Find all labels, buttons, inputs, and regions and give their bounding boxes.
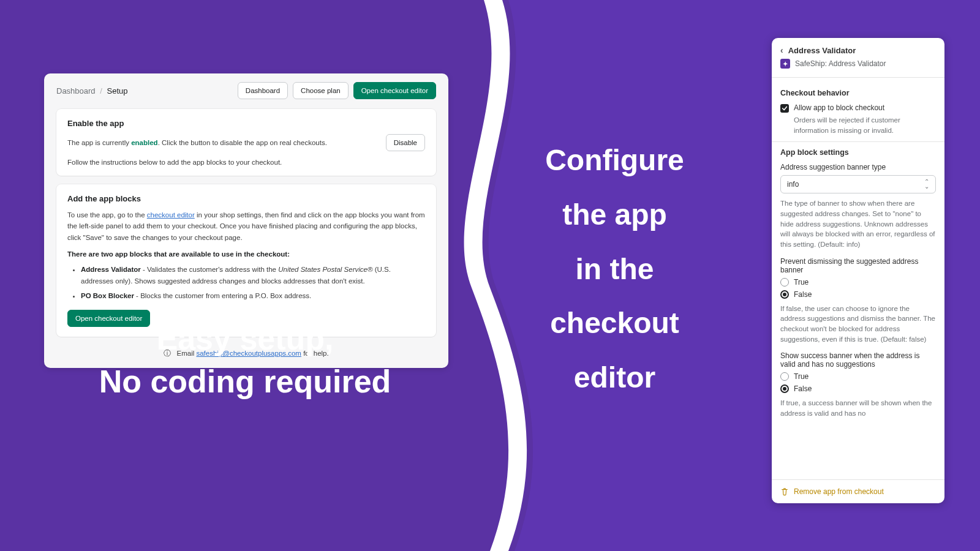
app-block-settings-title: App block settings [780, 148, 936, 157]
config-header: ‹ Address Validator ✦ SafeShip: Address … [772, 38, 944, 75]
radio-icon [780, 278, 789, 287]
breadcrumb-current: Setup [107, 86, 127, 96]
left-promo-caption: Easy setup, No coding required [43, 317, 447, 403]
radio-icon [780, 290, 789, 299]
add-blocks-title: Add the app blocks [67, 194, 425, 203]
banner-type-help: The type of banner to show when there ar… [780, 198, 936, 249]
setup-header: Dashboard / Setup Dashboard Choose plan … [44, 73, 448, 105]
back-icon[interactable]: ‹ [780, 45, 783, 55]
banner-type-label: Address suggestion banner type [780, 163, 936, 171]
banner-type-value: info [787, 180, 799, 189]
success-banner-true-radio[interactable]: True [780, 372, 936, 381]
enabled-word: enabled [131, 139, 157, 146]
chevron-updown-icon: ⌃⌄ [924, 179, 929, 189]
banner-type-select[interactable]: info ⌃⌄ [780, 175, 936, 193]
allow-block-label: Allow app to block checkout [794, 103, 884, 112]
enable-status-text: The app is currently enabled. Click the … [67, 139, 327, 146]
breadcrumb: Dashboard / Setup [56, 86, 127, 96]
prevent-dismiss-help: If false, the user can choose to ignore … [780, 304, 936, 345]
app-blocks-list: Address Validator - Validates the custom… [81, 264, 425, 301]
disable-button[interactable]: Disable [386, 134, 425, 151]
add-blocks-subhead: There are two app blocks that are availa… [67, 250, 425, 258]
app-logo-icon: ✦ [780, 59, 790, 69]
header-buttons: Dashboard Choose plan Open checkout edit… [238, 82, 436, 99]
config-panel: ‹ Address Validator ✦ SafeShip: Address … [772, 38, 944, 503]
prevent-dismiss-false-radio[interactable]: False [780, 290, 936, 299]
remove-app-label: Remove app from checkout [794, 487, 884, 496]
radio-icon [780, 384, 789, 393]
list-item: PO Box Blocker - Blocks the customer fro… [81, 290, 425, 301]
breadcrumb-root[interactable]: Dashboard [56, 86, 96, 96]
divider [772, 77, 944, 78]
remove-app-button[interactable]: Remove app from checkout [772, 479, 944, 503]
open-checkout-editor-button[interactable]: Open checkout editor [353, 82, 436, 99]
list-item: Address Validator - Validates the custom… [81, 264, 425, 287]
add-app-blocks-card: Add the app blocks To use the app, go to… [56, 184, 436, 337]
enable-app-title: Enable the app [67, 119, 425, 128]
success-banner-label: Show success banner when the address is … [780, 351, 936, 369]
right-promo-caption: Configure the app in the checkout editor [518, 133, 711, 405]
checkout-editor-link[interactable]: checkout editor [147, 211, 195, 219]
add-blocks-description: To use the app, go to the checkout edito… [67, 209, 425, 243]
enable-app-card: Enable the app The app is currently enab… [56, 109, 436, 176]
allow-block-help: Orders will be rejected if customer info… [794, 115, 936, 135]
config-subtitle: SafeShip: Address Validator [795, 59, 886, 68]
config-body: Checkout behavior Allow app to block che… [772, 80, 944, 479]
prevent-dismiss-label: Prevent dismissing the suggested address… [780, 257, 936, 274]
radio-icon [780, 372, 789, 381]
allow-block-checkbox[interactable] [780, 104, 789, 113]
config-title: Address Validator [788, 46, 856, 55]
success-banner-false-radio[interactable]: False [780, 384, 936, 393]
dashboard-button[interactable]: Dashboard [238, 82, 288, 99]
success-banner-help: If true, a success banner will be shown … [780, 398, 936, 418]
checkout-behavior-title: Checkout behavior [780, 89, 936, 97]
enable-follow-note: Follow the instructions below to add the… [67, 159, 425, 166]
divider [772, 141, 944, 142]
breadcrumb-separator: / [97, 86, 105, 96]
trash-icon [780, 487, 789, 496]
choose-plan-button[interactable]: Choose plan [293, 82, 349, 99]
prevent-dismiss-true-radio[interactable]: True [780, 278, 936, 287]
